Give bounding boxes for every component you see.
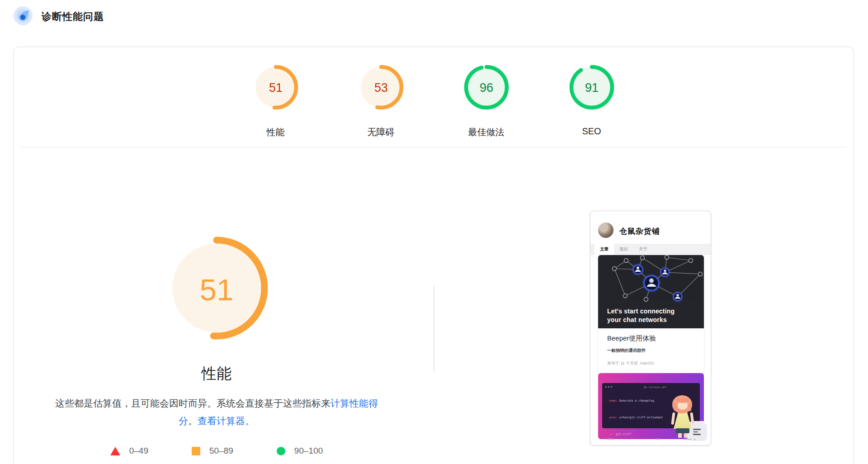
site-tab: 项目: [614, 244, 633, 255]
category-label: 性能: [249, 126, 303, 138]
lighthouse-icon: [14, 6, 33, 27]
legend-range-label: 50–89: [209, 446, 233, 456]
hero-headline: Let's start connecting your chat network…: [607, 307, 675, 324]
site-tab: 关于: [633, 244, 653, 255]
code-filename: gh-release.yml: [613, 385, 697, 388]
legend-item: 50–89: [192, 446, 233, 456]
description-text: 这些都是估算值，且可能会因时而异。系统会直接基于这些指标来: [55, 398, 330, 408]
performance-score-value: 51: [200, 273, 234, 307]
calculator-link[interactable]: 查看计算器。: [198, 416, 255, 426]
article-meta: 发布于 11 个月前 macOS: [607, 360, 695, 366]
report-header: 诊断性能问题: [14, 6, 104, 27]
legend-item: 0–49: [110, 446, 148, 456]
svg-text:51: 51: [269, 81, 282, 95]
category-label: SEO: [565, 126, 619, 137]
legend-shape-icon: [192, 447, 200, 455]
section-divider: [20, 147, 846, 147]
network-illustration: [598, 255, 704, 308]
performance-section-title: 性能: [58, 364, 375, 384]
category-score-gauge[interactable]: 53 无障碍: [354, 65, 408, 138]
legend-shape-icon: [110, 447, 120, 455]
category-label: 最佳做法: [459, 126, 514, 138]
footer-placeholder: [607, 439, 614, 440]
site-tabbar: 文章 项目 关于: [590, 244, 711, 255]
article-title: Beeper使用体验: [607, 334, 695, 343]
category-score-gauge[interactable]: 96 最佳做法: [459, 65, 514, 138]
legend-item: 90–100: [277, 446, 323, 456]
performance-score-gauge: 51: [162, 234, 271, 342]
lighthouse-report-card: 51 性能 53 无障碍 96 最佳做法 91 SEO: [13, 47, 854, 464]
description-separator: 。: [188, 416, 198, 426]
window-dot-icon: [611, 386, 612, 388]
score-gauges-row: 51 性能 53 无障碍 96 最佳做法 91 SEO: [14, 65, 854, 138]
category-score-gauge[interactable]: 91 SEO: [565, 65, 619, 138]
svg-text:91: 91: [585, 81, 598, 95]
svg-text:53: 53: [374, 81, 387, 95]
performance-description: 这些都是估算值，且可能会因时而异。系统会直接基于这些指标来计算性能得分。查看计算…: [54, 394, 379, 430]
footer-placeholder: [693, 439, 696, 440]
window-dot-icon: [608, 386, 609, 388]
window-dot-icon: [605, 386, 607, 388]
site-tab: 文章: [594, 244, 614, 255]
footer-placeholder: [684, 439, 692, 440]
svg-text:96: 96: [479, 81, 493, 95]
legend-range-label: 90–100: [294, 446, 323, 456]
site-avatar: [598, 223, 613, 238]
page-title: 诊断性能问题: [42, 10, 104, 24]
site-title: 仓鼠杂货铺: [619, 226, 660, 237]
anime-character-illustration: [670, 395, 695, 438]
category-label: 无障碍: [354, 126, 408, 138]
second-article-card: gh-release.yml - name: Generate a change…: [598, 373, 704, 439]
final-screenshot-thumbnail: 仓鼠杂货铺 文章 项目 关于: [590, 211, 711, 445]
legend-range-label: 0–49: [129, 446, 148, 456]
column-divider: [434, 286, 434, 372]
score-legend: 0–49 50–89 90–100: [58, 446, 375, 456]
article-subtitle: 一款独特的通讯软件: [607, 348, 695, 354]
footer-placeholder: [656, 439, 660, 440]
article-card: Let's start connecting your chat network…: [598, 255, 704, 374]
legend-shape-icon: [277, 447, 285, 455]
category-score-gauge[interactable]: 51 性能: [249, 65, 303, 138]
user-node-icons: [632, 264, 683, 302]
article-hero-image: Let's start connecting your chat network…: [598, 255, 704, 328]
